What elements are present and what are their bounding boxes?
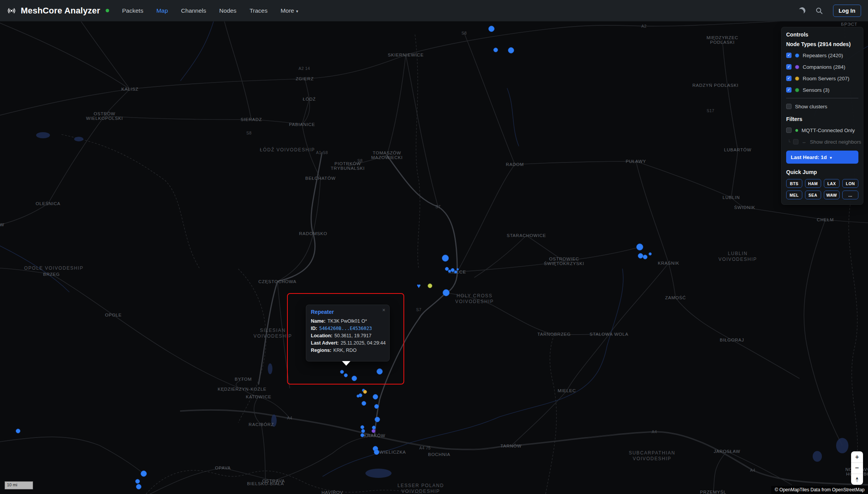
compass-button[interactable]: ▲▼ [851,474,863,485]
mqtt-label: MQTT-Connected Only [802,128,855,133]
node-marker-repeater[interactable] [136,484,141,489]
node-marker-repeater[interactable] [374,404,379,409]
node-marker-repeater[interactable] [374,449,379,455]
nav-link-more[interactable]: More▾ [280,7,298,14]
node-marker-repeater[interactable] [456,268,459,270]
node-type-checkbox[interactable]: ✓ [786,53,792,58]
quick-jump-button-waw[interactable]: WAW [824,191,840,199]
node-marker-repeater[interactable] [375,417,380,422]
popup-rows: Name:TK3K PwOlk01 O*ID:5464260B...E45360… [311,318,385,354]
node-marker-repeater[interactable] [443,289,450,296]
search-icon[interactable] [815,7,823,15]
popup-row-label: Name: [311,318,325,324]
node-marker-repeater[interactable] [362,401,366,406]
mqtt-checkbox[interactable] [786,128,792,133]
popup-row: Name:TK3K PwOlk01 O* [311,318,385,325]
node-marker-repeater[interactable] [454,270,457,274]
arrow-both-icon: ↔ [802,139,807,144]
nav-link-packets[interactable]: Packets [122,7,143,14]
popup-row-value: KRK, RDO [333,348,356,353]
node-type-checkbox[interactable]: ✓ [786,64,792,70]
quick-jump-button-lon[interactable]: LON [842,179,858,188]
show-clusters-row[interactable]: Show clusters [786,102,858,111]
node-marker-repeater[interactable] [360,433,364,437]
popup-row-label: ID: [311,326,317,331]
popup-row-value[interactable]: 5464260B...E4536023 [319,326,372,331]
node-marker-repeater[interactable] [340,370,344,374]
node-type-checkbox[interactable]: ✓ [786,76,792,81]
mqtt-dot-icon [795,129,798,132]
node-marker-companion[interactable] [372,429,375,433]
quick-jump-button-[interactable]: ... [842,191,858,199]
show-clusters-checkbox[interactable] [786,104,792,109]
node-marker-room-server[interactable] [363,390,367,394]
nav-link-traces[interactable]: Traces [249,7,267,14]
node-marker-repeater[interactable] [508,47,514,53]
broadcast-icon [7,6,16,15]
node-marker-repeater[interactable] [16,429,20,433]
node-marker-heart[interactable]: ♥ [417,283,421,289]
popup-arrow [342,361,350,366]
zoom-in-button[interactable]: + [851,451,863,463]
node-type-row[interactable]: ✓Room Servers (207) [786,74,858,83]
map-canvas[interactable]: БРЭСТA2S8MIĘDZYRZEC PODLASKISKIERNIEWICE… [0,0,868,494]
node-marker-repeater[interactable] [649,252,652,255]
last-heard-label: Last Heard: 1d [791,154,827,160]
node-marker-repeater[interactable] [636,244,643,250]
map-attribution[interactable]: © OpenMapTiles Data from OpenStreetMap [771,486,868,494]
node-type-row[interactable]: ✓Companions (284) [786,63,858,71]
popup-row-label: Regions: [311,348,331,353]
node-marker-repeater[interactable] [135,479,140,484]
neighbors-checkbox[interactable] [793,139,798,144]
login-button[interactable]: Log In [833,5,861,17]
zoom-out-button[interactable]: − [851,463,863,474]
navbar: MeshCore Analyzer PacketsMapChannelsNode… [0,0,868,22]
node-type-row[interactable]: ✓Repeaters (2420) [786,51,858,60]
popup-row-label: Location: [311,333,332,338]
node-marker-repeater[interactable] [360,425,364,429]
node-marker-sensor[interactable] [428,283,432,288]
node-type-label: Room Servers (207) [803,76,850,81]
node-types-heading: Node Types (2914 nodes) [786,41,858,47]
node-marker-repeater[interactable] [352,376,357,381]
quick-jump-button-lax[interactable]: LAX [824,179,840,188]
quick-jump-button-sea[interactable]: SEA [805,191,821,199]
app-title[interactable]: MeshCore Analyzer [21,6,100,16]
map-scale: 10 mi [5,481,33,489]
quick-jump-button-mel[interactable]: MEL [786,191,802,199]
dark-mode-toggle-icon[interactable] [798,7,806,15]
node-marker-repeater[interactable] [357,395,360,398]
popup-row: ID:5464260B...E4536023 [311,325,385,332]
last-heard-dropdown[interactable]: Last Heard: 1d▾ [786,151,858,164]
node-marker-repeater[interactable] [643,255,647,259]
panel-title: Controls [786,31,858,38]
close-icon[interactable]: × [382,307,385,313]
popup-row-value: 25.11.2025, 04:29:44 [340,340,385,346]
quick-jump-button-ham[interactable]: HAM [805,179,821,188]
compass-icon: ▲▼ [855,476,859,482]
node-marker-repeater[interactable] [377,368,383,375]
node-marker-repeater[interactable] [361,429,365,433]
popup-row: Regions:KRK, RDO [311,347,385,354]
node-marker-repeater[interactable] [373,394,378,400]
mqtt-filter-row[interactable]: MQTT-Connected Only [786,126,858,134]
node-marker-repeater[interactable] [488,26,495,32]
nav-link-map[interactable]: Map [156,7,168,14]
map-zoom-control: + − ▲▼ [851,451,863,485]
node-marker-repeater[interactable] [493,48,498,52]
node-type-dot [795,76,799,81]
node-type-checkbox[interactable]: ✓ [786,87,792,93]
popup-row-label: Last Advert: [311,340,339,346]
node-marker-repeater[interactable] [638,253,643,259]
node-marker-repeater[interactable] [344,373,348,377]
node-marker-repeater[interactable] [141,471,147,477]
neighbors-label: Show direct neighbors [810,139,861,145]
node-type-row[interactable]: ✓Sensors (3) [786,86,858,94]
node-type-label: Sensors (3) [803,87,830,93]
status-dot [106,9,109,12]
node-marker-repeater[interactable] [442,255,449,262]
quick-jump-button-bts[interactable]: BTS [786,179,802,188]
nav-link-channels[interactable]: Channels [181,7,206,14]
nav-link-nodes[interactable]: Nodes [219,7,237,14]
node-type-dot [795,65,799,69]
